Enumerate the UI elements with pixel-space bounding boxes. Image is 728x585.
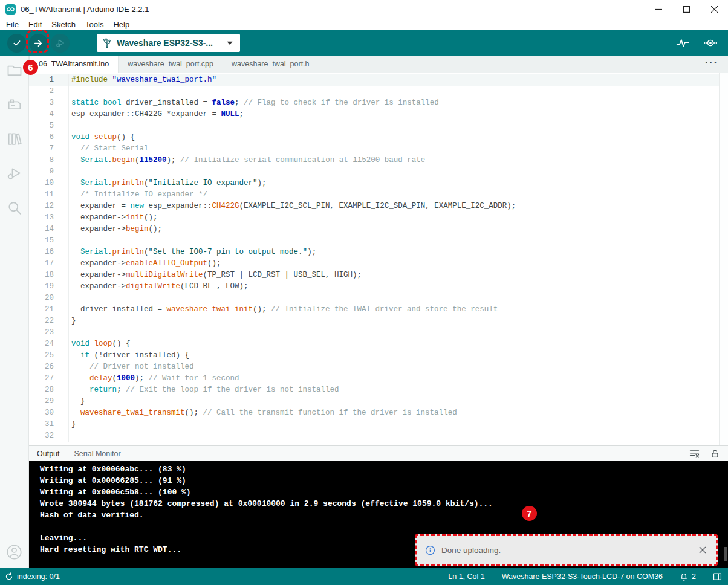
close-button[interactable] xyxy=(700,0,728,18)
code-token: driver_installed = xyxy=(71,305,167,314)
line-number: 21 xyxy=(29,304,69,315)
info-icon xyxy=(425,545,435,555)
code-line: 25 if (!driver_installed) { xyxy=(29,350,728,361)
board-selector[interactable]: Waveshare ESP32-S3-... xyxy=(97,34,240,52)
code-token: (); xyxy=(144,213,158,222)
code-content xyxy=(69,86,71,97)
toast-close-icon[interactable] xyxy=(699,546,706,554)
code-token: waveshare_twai_init xyxy=(167,305,253,314)
editor-tab[interactable]: waveshare_twai_port.cpp xyxy=(119,56,223,73)
menu-sketch[interactable]: Sketch xyxy=(47,20,80,29)
editor-scrollbar[interactable] xyxy=(719,73,728,445)
code-token: . xyxy=(108,248,112,256)
sync-icon xyxy=(5,572,13,581)
console-scrollbar[interactable] xyxy=(724,547,727,561)
editor-tab[interactable]: waveshare_twai_port.h xyxy=(223,56,319,73)
line-number: 4 xyxy=(29,109,69,120)
code-token: esp_expander:: xyxy=(144,202,212,210)
menu-edit[interactable]: Edit xyxy=(24,20,47,29)
indexing-status: indexing: 0/1 xyxy=(5,572,60,581)
code-token: // Initialize serial communication at 11… xyxy=(180,156,425,164)
code-token: "waveshare_twai_port.h" xyxy=(112,76,217,84)
code-token: // Exit the loop if the driver is not in… xyxy=(126,386,339,394)
output-panel-tab[interactable]: Output xyxy=(37,450,60,458)
clear-output-icon[interactable] xyxy=(689,449,700,458)
code-token: // Initialize the TWAI driver and store … xyxy=(271,305,498,314)
code-line: 17 expander->enableAllIO_Output(); xyxy=(29,258,728,270)
code-line: 3static bool driver_installed = false; /… xyxy=(29,97,728,109)
console-line: Hash of data verified. xyxy=(40,509,728,521)
menu-help[interactable]: Help xyxy=(108,20,134,29)
verify-button[interactable] xyxy=(7,34,26,53)
code-token: // Wait for 1 second xyxy=(149,374,239,383)
code-token: Serial xyxy=(80,156,108,164)
code-content: if (!driver_installed) { xyxy=(69,350,189,361)
output-panel-header: OutputSerial Monitor xyxy=(29,445,728,461)
annotation-step-badge-7: 7 xyxy=(522,506,537,521)
code-token: // Driver not installed xyxy=(89,363,194,371)
code-line: 28 return; // Exit the loop if the drive… xyxy=(29,384,728,396)
code-token: expander-> xyxy=(71,271,126,279)
maximize-button[interactable] xyxy=(672,0,700,18)
annotation-step-badge-6: 6 xyxy=(23,60,38,75)
debug-button[interactable] xyxy=(51,34,70,53)
status-bar: indexing: 0/1 Ln 1, Col 1 Waveshare ESP3… xyxy=(0,568,728,585)
code-token: // Flag to check if the driver is instal… xyxy=(244,99,439,107)
code-token: println xyxy=(112,179,145,187)
code-token: } xyxy=(71,397,85,406)
serial-monitor-icon[interactable] xyxy=(703,37,718,48)
code-token: new xyxy=(131,202,145,210)
panel-layout-icon[interactable] xyxy=(713,572,722,581)
editor-tab[interactable]: 06_TWAItransmit.ino xyxy=(29,56,119,73)
menu-file[interactable]: File xyxy=(1,20,24,29)
code-token: (); xyxy=(185,409,203,417)
board-selector-label: Waveshare ESP32-S3-... xyxy=(117,38,213,48)
notifications-bell[interactable]: 2 xyxy=(680,572,696,581)
serial-plotter-icon[interactable] xyxy=(676,37,689,48)
code-token: Serial xyxy=(80,179,108,187)
line-number: 25 xyxy=(29,350,69,361)
menu-tools[interactable]: Tools xyxy=(80,20,108,29)
code-token: expander = xyxy=(71,202,131,210)
code-content: Serial.begin(115200); // Initialize seri… xyxy=(69,155,425,166)
code-token xyxy=(71,156,80,164)
code-line: 24void loop() { xyxy=(29,338,728,350)
code-line: 4esp_expander::CH422G *expander = NULL; xyxy=(29,109,728,120)
code-token: digitalWrite xyxy=(126,282,180,291)
code-content: Serial.println("Set the IO0-7 pin to out… xyxy=(69,247,316,258)
output-panel-tab[interactable]: Serial Monitor xyxy=(74,450,121,458)
line-number: 28 xyxy=(29,384,69,396)
code-token: bool xyxy=(103,99,122,107)
code-content: #include "waveshare_twai_port.h" xyxy=(69,74,216,86)
line-number: 18 xyxy=(29,270,69,281)
code-line: 30 waveshare_twai_transmit(); // Call th… xyxy=(29,407,728,419)
title-bar: 06_TWAItransmit | Arduino IDE 2.2.1 xyxy=(0,0,728,18)
code-content: Serial.println("Initialize IO expander")… xyxy=(69,178,267,189)
code-token: (EXAMPLE_I2C_SCL_PIN, EXAMPLE_I2C_SDA_PI… xyxy=(239,202,516,210)
more-tabs-button[interactable]: ··· xyxy=(704,58,728,68)
sketchbook-folder-icon[interactable] xyxy=(5,61,24,79)
code-token: waveshare_twai_transmit xyxy=(80,409,185,417)
code-line: 22} xyxy=(29,315,728,327)
debug-sidebar-icon[interactable] xyxy=(5,164,24,183)
board-port-status[interactable]: Waveshare ESP32-S3-Touch-LCD-7 on COM36 xyxy=(502,572,663,581)
library-manager-icon[interactable] xyxy=(5,130,24,148)
autoscroll-lock-icon[interactable] xyxy=(710,449,720,459)
window-title: 06_TWAItransmit | Arduino IDE 2.2.1 xyxy=(21,5,149,14)
code-token: // Call the transmit function if the dri… xyxy=(203,409,457,417)
boards-manager-icon[interactable] xyxy=(5,95,24,114)
code-token: ); xyxy=(135,374,149,383)
account-icon[interactable] xyxy=(5,543,24,561)
code-token: Serial xyxy=(80,248,108,256)
console-line: Writing at 0x0006c5b8... (100 %) xyxy=(40,486,728,498)
code-line: 18 expander->multiDigitalWrite(TP_RST | … xyxy=(29,270,728,281)
code-token: println xyxy=(112,248,145,256)
code-token: return xyxy=(89,386,117,394)
cursor-position[interactable]: Ln 1, Col 1 xyxy=(448,572,484,581)
code-content: expander->multiDigitalWrite(TP_RST | LCD… xyxy=(69,270,362,281)
code-editor[interactable]: 1#include "waveshare_twai_port.h"23stati… xyxy=(29,73,728,445)
search-icon[interactable] xyxy=(5,199,24,217)
line-number: 2 xyxy=(29,86,69,97)
line-number: 20 xyxy=(29,292,69,304)
minimize-button[interactable] xyxy=(645,0,672,18)
